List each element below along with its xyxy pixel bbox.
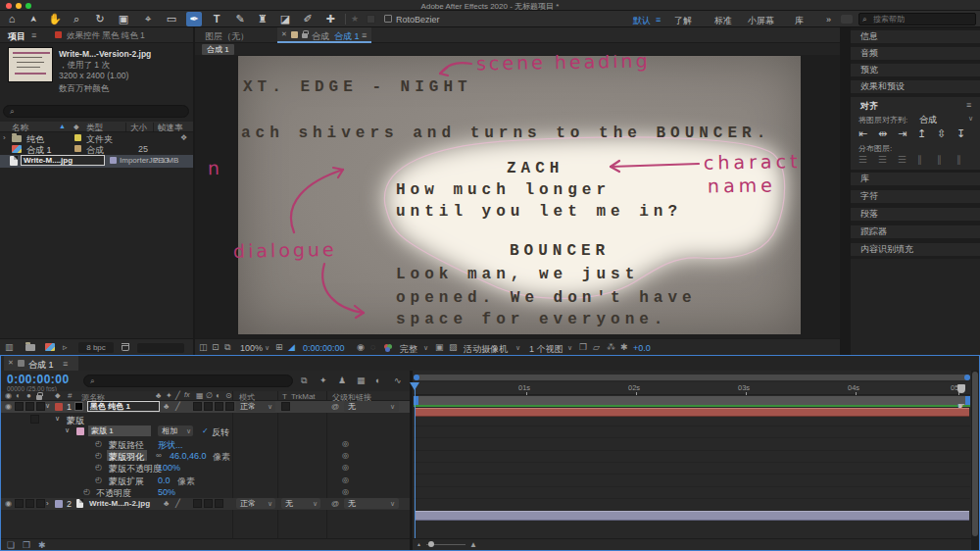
layer-name-box[interactable]: 黑色 纯色 1 [87, 401, 160, 412]
pen-tool-icon[interactable]: ✒ [186, 12, 202, 26]
mask-visibility-icon[interactable]: ◢ [288, 342, 295, 352]
eye-icon[interactable]: ◉ [5, 499, 12, 508]
pan-behind-tool-icon[interactable]: ⌖ [140, 12, 156, 26]
draft-3d-icon[interactable]: ✦ [319, 376, 327, 385]
work-area-bar[interactable] [414, 396, 970, 405]
project-search-box[interactable]: ⌕ [3, 105, 189, 118]
layer-opacity-row[interactable]: ◴ 不透明度 50% ◎ [1, 486, 410, 498]
timeline-menu-icon[interactable]: ≡ [63, 359, 68, 369]
stopwatch-icon[interactable]: ◴ [95, 463, 102, 472]
project-row-footage[interactable]: Write-M....jpg ImporterJPEG 2.1 MB [0, 155, 193, 168]
brush-tool-icon[interactable]: ✎ [232, 12, 248, 26]
switch-well[interactable] [204, 499, 213, 508]
property-value[interactable]: 50% [158, 487, 175, 497]
pixel-preview-icon[interactable]: ❐ [579, 342, 587, 352]
timeline-search-box[interactable]: ⌕ [83, 375, 293, 387]
lock-icon[interactable] [302, 33, 308, 38]
shy-toggle-icon[interactable]: ♣ [164, 402, 169, 411]
layer-bar-2[interactable] [415, 511, 969, 521]
mask-opacity-row[interactable]: ◴ 蒙版不透明度 100% ◎ [1, 462, 410, 474]
mask-path-row[interactable]: ◴ 蒙版路径 形状... ◎ [1, 438, 410, 450]
distribute-left-icon[interactable]: ∥ [917, 154, 922, 165]
lock-well[interactable] [36, 402, 45, 411]
breadcrumb[interactable]: 合成 1 [202, 44, 234, 55]
align-right-icon[interactable]: ⇥ [898, 127, 906, 140]
comp-mini-flowchart-icon[interactable]: ⧉ [301, 376, 307, 386]
layer-row-2[interactable]: ◉ › 2 Write-M...n-2.jpg ♣ ╱ 正常 ∨ 无 ∨ @ 无… [1, 498, 410, 510]
mask-group-row[interactable]: ∨ 蒙版 [1, 414, 410, 426]
collapse-arrow-icon[interactable]: › [46, 499, 49, 508]
help-search-input[interactable] [873, 14, 971, 25]
switch-well[interactable] [204, 402, 213, 411]
align-panel-title[interactable]: 对齐 [860, 100, 878, 113]
panel-tab-effects-presets[interactable]: 效果和预设 [851, 80, 980, 93]
panel-tab-audio[interactable]: 音频 [851, 47, 980, 60]
playhead-marker[interactable] [410, 382, 419, 390]
label-chip[interactable] [74, 134, 81, 141]
motion-blur-toggle-icon[interactable]: ✱ [38, 540, 46, 550]
rectangle-tool-icon[interactable]: ▭ [164, 12, 179, 26]
layer-name[interactable]: Write-M...n-2.jpg [89, 499, 150, 508]
layer-color-chip[interactable] [55, 403, 63, 411]
mask-expansion-row[interactable]: ◴ 蒙版扩展 0.0 像素 ◎ [1, 475, 410, 486]
project-row-solids[interactable]: › 纯色 文件夹 ❖ [0, 133, 193, 144]
channels-icon[interactable] [384, 344, 393, 353]
audio-well[interactable] [15, 499, 24, 508]
roto-brush-tool-icon[interactable]: ✐ [300, 12, 316, 26]
mask-row[interactable]: ∨ 蒙版 1 相加 ∨ ✓ 反转 [1, 426, 410, 437]
solo-well[interactable] [25, 499, 34, 508]
switch-well[interactable] [193, 402, 202, 411]
item-name-box[interactable]: Write-M....jpg [21, 155, 105, 166]
timeline-flowchart-icon[interactable]: ⁂ [607, 342, 615, 352]
align-v-center-icon[interactable]: ⇳ [937, 127, 946, 140]
tab-effect-controls[interactable]: 效果控件 黑色 纯色 1 [67, 30, 145, 42]
link-dimensions-icon[interactable]: ∞ [156, 451, 162, 460]
quality-toggle-icon[interactable]: ╱ [175, 499, 180, 508]
align-left-icon[interactable]: ⇤ [858, 127, 867, 140]
property-value[interactable]: 46.0,46.0 [170, 451, 207, 461]
hand-tool-icon[interactable]: ✋ [47, 12, 63, 26]
view-layout-icon[interactable]: ◫ [199, 342, 208, 352]
switch-well[interactable] [215, 402, 223, 411]
rotation-tool-icon[interactable]: ↻ [92, 12, 108, 26]
distribute-bottom-icon[interactable]: ☰ [898, 154, 906, 165]
align-h-center-icon[interactable]: ⇹ [878, 127, 887, 140]
nav-handle-left[interactable] [414, 375, 419, 380]
show-snapshot-icon[interactable]: ◌ [370, 342, 375, 352]
close-tab-icon[interactable]: ✕ [8, 359, 14, 367]
workspace-tab-libraries[interactable]: 库 [795, 15, 804, 27]
panel-tab-tracker[interactable]: 跟踪器 [851, 225, 980, 238]
label-chip[interactable] [74, 145, 81, 152]
exposure-value[interactable]: +0.0 [633, 343, 651, 353]
hide-shy-layers-icon[interactable]: ♟ [338, 376, 346, 385]
zoom-out-mountain-icon[interactable]: ▲ [416, 541, 421, 547]
quality-toggle-icon[interactable]: ╱ [175, 402, 180, 411]
capture-icon[interactable] [841, 15, 853, 24]
stopwatch-icon[interactable]: ◴ [95, 439, 102, 448]
fast-previews-icon[interactable]: ▱ [593, 342, 600, 352]
zoom-slider-knob[interactable] [428, 541, 434, 547]
graph-editor-icon[interactable]: ∿ [394, 376, 402, 385]
add-keyframe-icon[interactable]: ◎ [342, 451, 349, 460]
label-chip[interactable] [110, 157, 117, 164]
tab-project[interactable]: 项目 [8, 30, 25, 43]
timeline-timecode[interactable]: 0:00:00:00 [7, 373, 70, 386]
new-comp-icon[interactable] [45, 343, 55, 351]
region-of-interest-icon[interactable]: ▣ [435, 342, 444, 352]
distribute-right-icon[interactable]: ∥ [956, 154, 961, 165]
pickwhip-icon[interactable]: @ [331, 499, 339, 508]
footage-filename[interactable]: Write-M...-Version-2.jpg [59, 49, 151, 59]
frame-blend-toggle-icon[interactable]: ❐ [23, 540, 30, 550]
panel-tab-character[interactable]: 字符 [851, 190, 980, 203]
align-top-icon[interactable]: ↥ [917, 127, 926, 140]
property-value[interactable]: 0.0 [158, 476, 171, 485]
motion-blur-icon[interactable]: ◐ [375, 376, 380, 385]
expand-arrow-icon[interactable]: ∨ [45, 402, 50, 410]
viewer-stage[interactable]: XT. EDGE - NIGHT ach shivers and turns t… [195, 55, 840, 338]
mask-color-chip[interactable] [76, 427, 84, 435]
project-row-comp[interactable]: 合成 1 合成 25 [0, 144, 193, 155]
panel-tab-libraries[interactable]: 库 [851, 173, 980, 185]
switch-well[interactable] [225, 402, 234, 411]
column-t[interactable]: T [282, 392, 287, 401]
selection-tool-icon[interactable]: ➤ [26, 12, 41, 27]
